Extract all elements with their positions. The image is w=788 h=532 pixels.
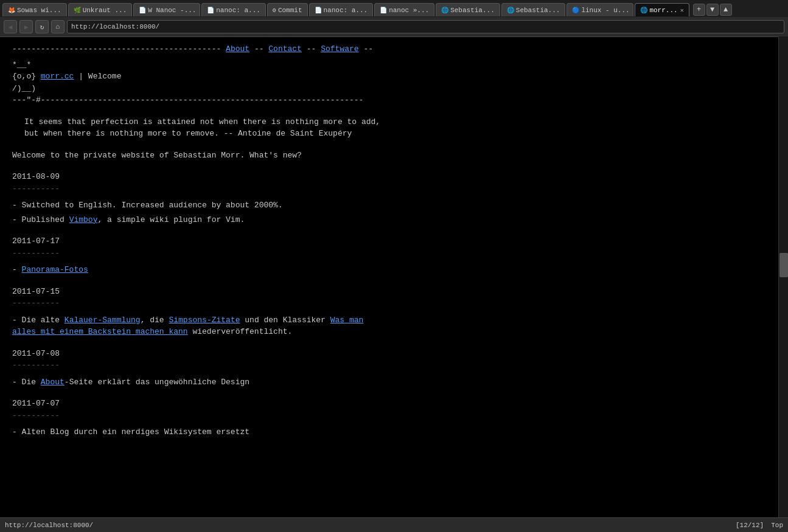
new-tab-button[interactable]: +: [693, 4, 705, 16]
tab-commit[interactable]: ⚙ Commit: [267, 3, 308, 16]
entry-list-2011-07-07: - Alten Blog durch ein nerdiges Wikisyst…: [12, 426, 776, 438]
tab2-icon: 📄: [139, 7, 146, 14]
entry-date-2011-07-07: 2011-07-07 ----------: [12, 398, 776, 421]
location-bar[interactable]: [67, 20, 784, 33]
tab-firefox[interactable]: 🦊 Sowas wi...: [2, 3, 67, 16]
nav-bar: ◀ ▶ ↻ ⌂: [0, 17, 788, 36]
entry-list-2011-08-09: - Switched to English. Increased audienc…: [12, 199, 776, 226]
entry-list-2011-07-15: - Die alte Kalauer-Sammlung, die Simpson…: [12, 314, 776, 338]
tab-close-button[interactable]: ✕: [680, 7, 684, 14]
tab-active-icon: 🌐: [640, 7, 647, 14]
tab8-icon: 🔵: [572, 7, 579, 14]
panorama-fotos-link[interactable]: Panorama-Fotos: [22, 265, 88, 274]
ascii-line4: ---"-#----------------------------------…: [12, 94, 776, 106]
vimboy-link[interactable]: Vimboy: [69, 215, 98, 224]
site-nav: ----------------------------------------…: [12, 43, 776, 55]
ascii-art-block: *__* {o,o} morr.cc | Welcome {o,o} morr.…: [12, 59, 776, 106]
content-area: ----------------------------------------…: [0, 37, 788, 453]
forward-button[interactable]: ▶: [19, 20, 33, 33]
tab6-icon: 🌐: [441, 7, 448, 14]
entry-date-2011-08-09: 2011-08-09 ----------: [12, 171, 776, 195]
tab-5[interactable]: 📄 nanoc »...: [374, 3, 434, 16]
tab-4[interactable]: 📄 nanoc: a...: [309, 3, 374, 16]
reload-button[interactable]: ↻: [35, 20, 49, 33]
nav-separator-left: ----------------------------------------…: [12, 44, 221, 54]
list-item: - Alten Blog durch ein nerdiges Wikisyst…: [12, 426, 776, 438]
nav-dash-2: --: [307, 44, 321, 54]
scrollbar-thumb[interactable]: [779, 253, 788, 277]
ascii-line3: /)__): [12, 83, 776, 95]
browser-chrome: 🦊 Sowas wi... 🌿 Unkraut ... 📄 W Nanoc -.…: [0, 0, 788, 37]
about-seite-link[interactable]: About: [41, 378, 65, 387]
tab5-icon: 📄: [380, 7, 387, 14]
ascii-cat-suffix: | Welcome: [74, 72, 121, 81]
list-item: - Panorama-Fotos: [12, 264, 776, 276]
tab-3[interactable]: 📄 nanoc: a...: [201, 3, 266, 16]
list-item: - Die About-Seite erklärt das ungewöhnli…: [12, 376, 776, 389]
list-item: - Published Vimboy, a simple wiki plugin…: [12, 214, 776, 226]
ascii-line2: {o,o} morr.cc | Welcome {o,o} morr.cc | …: [12, 71, 776, 83]
page-content: ----------------------------------------…: [0, 37, 788, 518]
nav-dash-3: --: [363, 44, 373, 54]
tab-2[interactable]: 📄 W Nanoc -...: [133, 3, 200, 16]
software-link[interactable]: Software: [321, 44, 358, 54]
tab7-icon: 🌐: [507, 7, 514, 14]
entry-list-2011-07-17: - Panorama-Fotos: [12, 264, 776, 276]
tab-8[interactable]: 🔵 linux - u...: [567, 3, 633, 16]
welcome-text: Welcome to the private website of Sebast…: [12, 150, 776, 162]
quote-line2: but when there is nothing more to remove…: [24, 128, 776, 140]
entry-list-2011-07-08: - Die About-Seite erklärt das ungewöhnli…: [12, 376, 776, 389]
list-item: - Switched to English. Increased audienc…: [12, 199, 776, 212]
tab-active[interactable]: 🌐 morr... ✕: [635, 3, 689, 16]
status-bar: http://localhost:8000/ [12/12] Top: [0, 517, 788, 518]
tab-1[interactable]: 🌿 Unkraut ...: [68, 3, 133, 16]
morr-cc-link[interactable]: morr.cc: [41, 72, 74, 81]
tab-bar: 🦊 Sowas wi... 🌿 Unkraut ... 📄 W Nanoc -.…: [0, 0, 788, 17]
list-item: - Die alte Kalauer-Sammlung, die Simpson…: [12, 314, 776, 338]
tab3-icon: 📄: [207, 7, 214, 14]
quote-line1: It seems that perfection is attained not…: [24, 116, 776, 128]
back-button[interactable]: ◀: [4, 20, 17, 33]
about-link[interactable]: About: [226, 44, 249, 54]
nav-dash-1: --: [254, 44, 268, 54]
tab1-icon: 🌿: [74, 7, 81, 14]
entry-date-2011-07-08: 2011-07-08 ----------: [12, 348, 776, 371]
firefox-icon: 🦊: [8, 7, 15, 14]
quote-block: It seems that perfection is attained not…: [12, 116, 776, 140]
tab-commit-icon: ⚙: [273, 7, 276, 14]
scroll-tabs-up[interactable]: ▲: [720, 4, 732, 16]
contact-link[interactable]: Contact: [268, 44, 302, 54]
ascii-cat-prefix: {o,o}: [12, 72, 41, 81]
tab-6[interactable]: 🌐 Sebastia...: [436, 3, 500, 16]
tab-7[interactable]: 🌐 Sebastia...: [501, 3, 566, 16]
scrollbar[interactable]: [778, 36, 788, 517]
tab-actions: + ▼ ▲: [693, 4, 732, 16]
scroll-tabs-down[interactable]: ▼: [706, 4, 719, 16]
entry-date-2011-07-15: 2011-07-15 ----------: [12, 286, 776, 309]
kalauer-sammlung-link[interactable]: Kalauer-Sammlung: [65, 316, 141, 325]
simpsons-zitate-link[interactable]: Simpsons-Zitate: [169, 316, 240, 325]
entry-date-2011-07-17: 2011-07-17 ----------: [12, 235, 776, 259]
ascii-line1: *__*: [12, 59, 776, 71]
tab4-icon: 📄: [315, 7, 322, 14]
home-button[interactable]: ⌂: [51, 20, 65, 33]
